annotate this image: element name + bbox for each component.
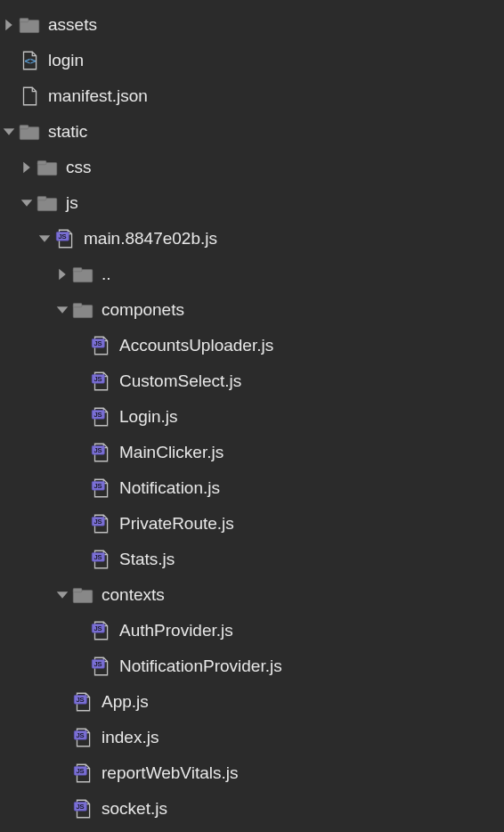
tree-item[interactable]: NotificationProvider.js <box>0 648 504 684</box>
js-file-icon <box>89 477 112 500</box>
tree-item-label: .. <box>102 265 111 284</box>
tree-item[interactable]: Stats.js <box>0 542 504 577</box>
chevron-down-icon[interactable] <box>18 194 36 212</box>
tree-item-label: componets <box>102 300 184 320</box>
folder-icon <box>71 298 94 322</box>
folder-icon <box>36 156 59 179</box>
tree-item-label: Stats.js <box>119 550 175 569</box>
tree-item[interactable]: .. <box>0 257 504 292</box>
tree-item[interactable]: Notification.js <box>0 470 504 506</box>
tree-item-label: main.8847e02b.js <box>84 229 217 249</box>
folder-icon <box>18 13 41 37</box>
tree-item[interactable]: socket.js <box>0 791 504 827</box>
js-file-icon <box>53 227 77 250</box>
tree-item[interactable]: contexts <box>0 577 504 613</box>
tree-item[interactable]: main.8847e02b.js <box>0 221 504 257</box>
tree-item-label: AccountsUploader.js <box>119 336 273 355</box>
js-file-icon <box>89 548 112 571</box>
tree-item-label: js <box>66 193 78 213</box>
tree-item[interactable]: assets <box>0 7 504 43</box>
tree-item-label: static <box>48 122 87 142</box>
folder-icon <box>71 263 94 286</box>
tree-item[interactable]: Login.js <box>0 399 504 435</box>
tree-item-label: reportWebVitals.js <box>102 763 238 783</box>
js-file-icon <box>89 334 112 357</box>
tree-item-label: login <box>48 51 84 70</box>
js-file-icon <box>89 441 112 464</box>
chevron-right-icon[interactable] <box>18 159 36 176</box>
tree-item[interactable]: reportWebVitals.js <box>0 755 504 791</box>
chevron-down-icon[interactable] <box>53 301 71 319</box>
chevron-right-icon[interactable] <box>53 265 71 283</box>
file-tree: assetsloginmanifest.jsonstaticcssjsmain.… <box>0 7 504 827</box>
tree-item-label: PrivateRoute.js <box>119 514 234 534</box>
file-icon <box>18 85 41 108</box>
tree-item-label: CustomSelect.js <box>119 371 241 391</box>
folder-icon <box>71 583 94 607</box>
js-file-icon <box>89 405 112 428</box>
js-file-icon <box>71 762 94 785</box>
tree-item[interactable]: PrivateRoute.js <box>0 506 504 542</box>
folder-icon <box>36 192 59 215</box>
tree-item-label: css <box>66 158 92 177</box>
tree-item[interactable]: static <box>0 114 504 150</box>
tree-item[interactable]: index.js <box>0 720 504 755</box>
tree-item-label: AuthProvider.js <box>119 621 233 640</box>
tree-item[interactable]: MainClicker.js <box>0 435 504 470</box>
chevron-down-icon[interactable] <box>53 586 71 604</box>
tree-item-label: index.js <box>102 728 159 747</box>
tree-item-label: MainClicker.js <box>119 443 224 462</box>
tree-item-label: Login.js <box>119 407 178 427</box>
tree-item[interactable]: login <box>0 43 504 78</box>
chevron-right-icon[interactable] <box>0 16 18 34</box>
js-file-icon <box>89 370 112 393</box>
tree-item[interactable]: manifest.json <box>0 78 504 114</box>
tree-item[interactable]: AuthProvider.js <box>0 613 504 648</box>
tree-item-label: contexts <box>102 585 165 605</box>
tree-item-label: Notification.js <box>119 478 220 498</box>
tree-item[interactable]: css <box>0 150 504 185</box>
chevron-down-icon[interactable] <box>0 123 18 141</box>
tree-item[interactable]: AccountsUploader.js <box>0 328 504 363</box>
tree-item-label: manifest.json <box>48 86 148 106</box>
tree-item-label: assets <box>48 15 97 35</box>
tree-item[interactable]: componets <box>0 292 504 328</box>
tree-item-label: App.js <box>102 692 149 712</box>
js-file-icon <box>89 619 112 642</box>
folder-icon <box>18 120 41 143</box>
js-file-icon <box>71 726 94 749</box>
tree-item[interactable]: CustomSelect.js <box>0 363 504 399</box>
js-file-icon <box>89 512 112 535</box>
js-file-icon <box>89 655 112 678</box>
tree-item-label: NotificationProvider.js <box>119 657 282 676</box>
html-file-icon <box>18 49 41 72</box>
js-file-icon <box>71 797 94 820</box>
js-file-icon <box>71 690 94 714</box>
chevron-down-icon[interactable] <box>36 230 53 248</box>
tree-item[interactable]: js <box>0 185 504 221</box>
tree-item-label: socket.js <box>102 799 167 819</box>
tree-item[interactable]: App.js <box>0 684 504 720</box>
